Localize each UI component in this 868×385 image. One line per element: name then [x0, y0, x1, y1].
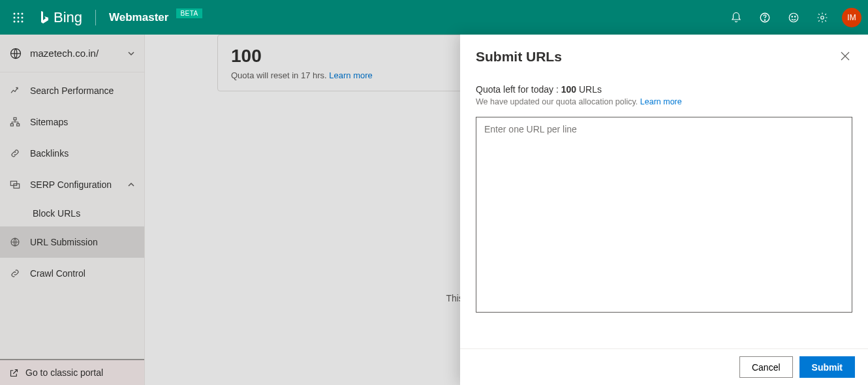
bing-logo[interactable]: Bing [39, 9, 82, 26]
panel-footer: Cancel Submit [460, 348, 868, 385]
panel-quota-line: Quota left for today : 100 URLs [476, 84, 852, 95]
product-name: Webmaster [109, 11, 168, 24]
svg-point-0 [14, 12, 16, 14]
submit-urls-panel: Submit URLs Quota left for today : 100 U… [460, 35, 868, 385]
header-left: Bing Webmaster BETA [5, 5, 202, 31]
help-icon[interactable] [752, 5, 778, 31]
beta-badge: BETA [176, 8, 202, 18]
cancel-button[interactable]: Cancel [739, 356, 793, 378]
app-launcher-icon[interactable] [5, 5, 31, 31]
svg-point-6 [14, 20, 16, 22]
brand-name: Bing [54, 9, 82, 26]
svg-point-13 [795, 16, 796, 17]
app-header: Bing Webmaster BETA [0, 0, 868, 35]
panel-title: Submit URLs [476, 49, 838, 65]
avatar[interactable]: IM [842, 8, 861, 27]
feedback-icon[interactable] [781, 5, 807, 31]
svg-point-7 [18, 20, 20, 22]
svg-point-11 [789, 13, 798, 22]
svg-point-2 [22, 12, 23, 14]
close-icon[interactable] [838, 49, 852, 63]
header-right: IM [723, 5, 863, 31]
svg-point-5 [22, 16, 23, 18]
svg-point-10 [764, 20, 765, 20]
submit-button[interactable]: Submit [799, 356, 855, 378]
svg-point-4 [18, 16, 20, 18]
panel-policy-line: We have updated our quota allocation pol… [476, 97, 852, 106]
settings-icon[interactable] [809, 5, 835, 31]
panel-header: Submit URLs [460, 35, 868, 69]
panel-body: Quota left for today : 100 URLs We have … [460, 69, 868, 348]
policy-learn-more-link[interactable]: Learn more [640, 97, 682, 106]
notifications-icon[interactable] [723, 5, 749, 31]
svg-point-14 [821, 16, 824, 19]
svg-point-12 [792, 16, 793, 17]
svg-point-1 [18, 12, 20, 14]
avatar-initials: IM [847, 13, 856, 22]
divider [95, 10, 96, 25]
svg-point-8 [22, 20, 23, 22]
svg-point-3 [14, 16, 16, 18]
url-textarea[interactable] [476, 117, 852, 313]
